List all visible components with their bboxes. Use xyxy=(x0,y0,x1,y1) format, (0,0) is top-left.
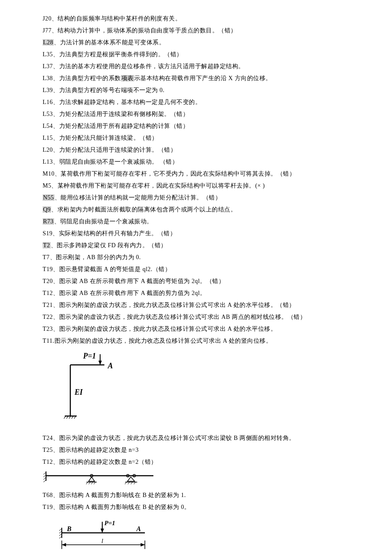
text-line: L20、力矩分配法只适用于连续梁的计算。（错） xyxy=(43,144,349,156)
text-line: R73、弱阻尼自由振动是一个衰减振动。 xyxy=(43,216,349,228)
svg-marker-28 xyxy=(127,477,135,481)
text-line: T19、图示悬臂梁截面 A 的弯矩值是 ql2.（错） xyxy=(43,263,349,275)
text-line: L38、力法典型方程中的系数项表示基本结构在荷载作用下产生的沿 X 方向的位移。 xyxy=(43,72,349,84)
simple-beam-diagram: B A P=1 l xyxy=(55,519,153,551)
text-line: T22、图示为梁的虚设力状态，按此力状态及位移计算公式可求出 AB 两点的相对线… xyxy=(43,311,349,323)
text-line: L37、力法的基本方程使用的是位移条件，该方法只适用于解超静定结构。 xyxy=(43,61,349,72)
highlight: N55 xyxy=(43,194,55,201)
text: 、图示多跨静定梁仅 FD 段有内力。（错） xyxy=(51,242,167,249)
text: 示基本结构在荷载作用下产生的沿 X 方向的位移。 xyxy=(134,75,272,81)
text-line: J20、结构的自振频率与结构中某杆件的刚度有关。 xyxy=(43,13,349,25)
text-line: T68、图示结构 A 截面剪力影响线在 B 处的竖标为 1. xyxy=(43,489,349,501)
text: 、力法计算的基本体系不能是可变体系。 xyxy=(54,39,165,46)
text-line: T12、图示结构的超静定次数是 n=2（错） xyxy=(43,456,349,468)
text: 、弱阻尼自由振动是一个衰减振动。 xyxy=(54,218,153,225)
text-line: T21、图示为刚架的虚设力状态，按此力状态及位移计算公式可求出 A 处的水平位移… xyxy=(43,299,349,311)
svg-text:P=1: P=1 xyxy=(104,520,115,526)
highlight: R73 xyxy=(43,218,54,225)
text-line: L53、力矩分配法适用于连续梁和有侧移刚架。（错） xyxy=(43,108,349,120)
frame-diagram: P=1 A EI xyxy=(60,352,128,425)
text-line: T24、图示为梁的虚设力状态，按此力状态及位移计算公式可求出梁铰 B 两侧面的相… xyxy=(43,432,349,444)
text-line: L28、力法计算的基本体系不能是可变体系。 xyxy=(43,37,349,49)
svg-text:A: A xyxy=(107,361,113,370)
svg-text:A: A xyxy=(136,525,141,532)
frame-figure: P=1 A EI xyxy=(60,352,349,425)
text-line: T11.图示为刚架的虚设力状态，按此力收态及位移计算公式可求出 A 处的竖向位移… xyxy=(43,335,349,347)
text-line: L54、力矩分配法适用于所有超静定结构的计算（错） xyxy=(43,120,349,132)
text-line: L15、力矩分配法只能计算连续梁。（错） xyxy=(43,132,349,144)
text-line: T20、图示梁 AB 在所示荷载作用下 A 截面的弯矩值为 2ql。（错） xyxy=(43,275,349,287)
svg-line-18 xyxy=(43,480,46,482)
text-line: J77、结构动力计算中，振动体系的振动自由度等于质点的数目。（错） xyxy=(43,25,349,37)
text-line: T12、图示梁 AB 在所示荷载作用下 A 截面的剪力值为 2ql。 xyxy=(43,287,349,299)
svg-text:B: B xyxy=(66,525,72,532)
highlight: T2 xyxy=(43,242,51,249)
text-line: N55、能用位移法计算的结构就一定能用力矩分配法计算。（错） xyxy=(43,192,349,204)
svg-marker-46 xyxy=(62,543,66,546)
text-line: T19、图示结构 A 截面剪力影响线在 B 处的竖标为 0。 xyxy=(43,501,349,513)
svg-text:EI: EI xyxy=(74,388,83,396)
text-line: T2、图示多跨静定梁仅 FD 段有内力。（错） xyxy=(43,240,349,251)
text-line: L35、力法典型方程是根据平衡条件得到的。（错） xyxy=(43,49,349,61)
text-line: L39、力法典型方程的等号右端项不一定为 0. xyxy=(43,84,349,96)
text-line: M10、某荷载作用下桁架可能存在零杆，它不受内力，因此在实际结构中可将其去掉。（… xyxy=(43,168,349,180)
highlight: 项表 xyxy=(121,75,134,81)
beam-load-figure: B A P=1 l xyxy=(55,519,349,551)
highlight: L28 xyxy=(43,39,54,46)
beam-figure xyxy=(43,471,349,485)
text-line: M5、某种荷载作用下桁架可能存在零杆，因此在实际结构中可以将零杆去掉。(× ) xyxy=(43,180,349,192)
svg-marker-47 xyxy=(141,543,145,546)
svg-marker-41 xyxy=(101,529,104,533)
text: 、求桁架内力时截面法所截取的隔离体包含两个或两个以上的结点。 xyxy=(51,206,236,213)
svg-marker-3 xyxy=(98,361,102,365)
text-line: Q9、求桁架内力时截面法所截取的隔离体包含两个或两个以上的结点。 xyxy=(43,204,349,216)
highlight: Q9 xyxy=(43,206,51,213)
text-line: L16、力法求解超静定结构，基本结构一定是几何不变的。 xyxy=(43,96,349,108)
text-line: S19、实际桁架结构的杆件只有轴力产生。（错） xyxy=(43,228,349,240)
text: 、能用位移法计算的结构就一定能用力矩分配法计算。（错） xyxy=(55,194,222,201)
continuous-beam-diagram xyxy=(43,471,158,485)
svg-text:P=1: P=1 xyxy=(83,352,96,360)
text-line: L13、弱阻尼自由振动不是一个衰减振动。 （错） xyxy=(43,156,349,168)
svg-text:l: l xyxy=(101,538,103,544)
text: L38、力法典型方程中的系数 xyxy=(43,75,121,81)
svg-marker-20 xyxy=(89,477,95,481)
text-line: T23、图示为刚架的虚设力状态，按此力状态及位移计算公式可求出 A 处的水平位移… xyxy=(43,323,349,335)
text-line: T25、图示结构的超静定次数是 n=3 xyxy=(43,444,349,456)
text-line: T7、图示刚架，AB 部分的内力为 0. xyxy=(43,251,349,263)
